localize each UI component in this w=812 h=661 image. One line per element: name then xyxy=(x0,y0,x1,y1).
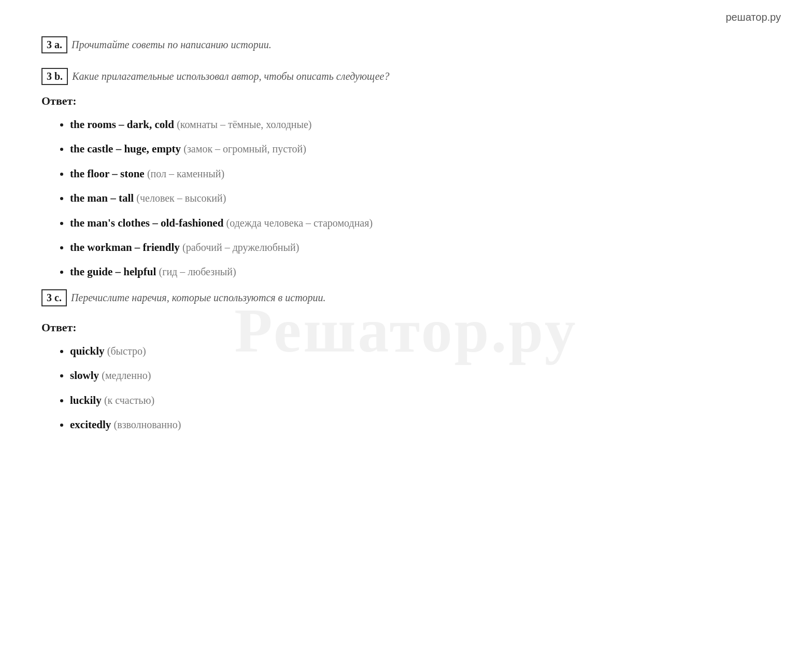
adjective-item: the guide – helpful (гид – любезный) xyxy=(70,264,771,279)
adv-ru-2: (к счастью) xyxy=(104,395,154,406)
adv-en-2: luckily xyxy=(70,394,102,406)
task-3a-box: 3 a. xyxy=(41,36,67,53)
adj-ru-5: (рабочий – дружелюбный) xyxy=(182,242,299,253)
adj-en-0: the rooms – dark, cold xyxy=(70,118,174,131)
task-3c-row: 3 c. Перечислите наречия, которые исполь… xyxy=(41,289,771,306)
task-3b-box: 3 b. xyxy=(41,68,68,85)
adv-ru-1: (медленно) xyxy=(102,370,151,381)
adv-en-3: excitedly xyxy=(70,418,111,431)
adjective-item: the workman – friendly (рабочий – дружел… xyxy=(70,240,771,255)
adjectives-list: the rooms – dark, cold (комнаты – тёмные… xyxy=(70,117,771,280)
adj-ru-3: (человек – высокий) xyxy=(136,192,226,204)
adj-ru-0: (комнаты – тёмные, холодные) xyxy=(177,119,311,130)
adj-en-4: the man's clothes – old-fashioned xyxy=(70,217,223,229)
adj-en-6: the guide – helpful xyxy=(70,265,156,278)
task-3a-row: 3 a. Прочитайте советы по написанию исто… xyxy=(41,36,771,53)
adj-en-3: the man – tall xyxy=(70,192,134,204)
answer-label-1: Ответ: xyxy=(41,94,771,108)
task-3b-row: 3 b. Какие прилагательные использовал ав… xyxy=(41,68,771,85)
adverb-item: slowly (медленно) xyxy=(70,368,771,383)
adj-en-5: the workman – friendly xyxy=(70,241,180,254)
adj-ru-6: (гид – любезный) xyxy=(159,266,236,277)
adv-ru-3: (взволнованно) xyxy=(114,419,181,430)
adv-en-0: quickly xyxy=(70,345,105,357)
adverb-item: luckily (к счастью) xyxy=(70,393,771,408)
answer-label-2: Ответ: xyxy=(41,321,771,334)
adj-ru-2: (пол – каменный) xyxy=(147,168,224,179)
adverb-item: quickly (быстро) xyxy=(70,344,771,359)
task-3b-instruction: Какие прилагательные использовал автор, … xyxy=(72,71,389,82)
task-3c-box: 3 c. xyxy=(41,289,67,306)
site-label: решатор.ру xyxy=(725,11,781,23)
adj-ru-1: (замок – огромный, пустой) xyxy=(183,143,306,154)
task-3a-instruction: Прочитайте советы по написанию истории. xyxy=(72,39,272,51)
adj-en-1: the castle – huge, empty xyxy=(70,143,181,155)
adjective-item: the floor – stone (пол – каменный) xyxy=(70,166,771,181)
adjective-item: the rooms – dark, cold (комнаты – тёмные… xyxy=(70,117,771,132)
adv-ru-0: (быстро) xyxy=(107,345,146,357)
adverbs-list: quickly (быстро)slowly (медленно)luckily… xyxy=(70,344,771,433)
adj-en-2: the floor – stone xyxy=(70,167,145,180)
adjective-item: the man's clothes – old-fashioned (одежд… xyxy=(70,216,771,231)
adjective-item: the castle – huge, empty (замок – огромн… xyxy=(70,142,771,157)
task-3c-instruction: Перечислите наречия, которые используютс… xyxy=(71,292,326,304)
adv-en-1: slowly xyxy=(70,369,99,382)
adj-ru-4: (одежда человека – старомодная) xyxy=(226,217,373,229)
adjective-item: the man – tall (человек – высокий) xyxy=(70,191,771,206)
adverb-item: excitedly (взволнованно) xyxy=(70,417,771,432)
